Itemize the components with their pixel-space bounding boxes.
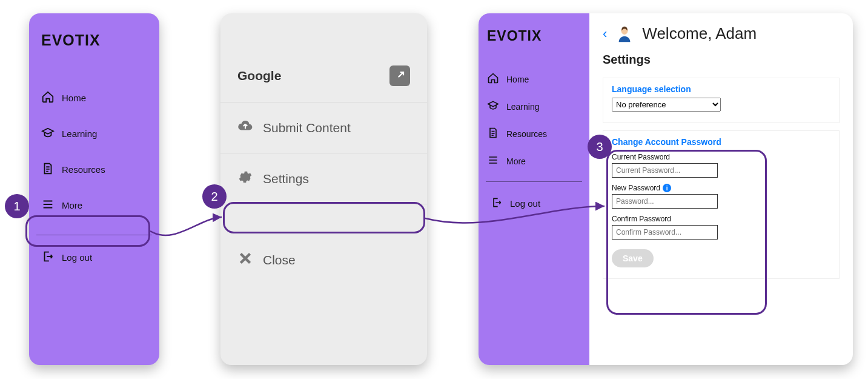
more-item-label: Settings <box>263 172 309 186</box>
avatar <box>615 25 634 43</box>
welcome-header: ‹ Welcome, Adam <box>603 24 840 43</box>
cloud-upload-icon <box>237 118 253 137</box>
document-icon <box>487 127 499 141</box>
external-link-icon <box>389 65 410 86</box>
logout-icon <box>41 250 55 265</box>
info-icon[interactable]: i <box>663 184 671 192</box>
sidebar-item-resources[interactable]: Resources <box>482 123 586 144</box>
panel-step-2: Google Submit Content Settings Close <box>220 13 427 365</box>
brand-logo: EVOTIX <box>479 13 589 69</box>
document-icon <box>41 162 55 177</box>
back-chevron-icon[interactable]: ‹ <box>603 26 607 42</box>
sidebar-item-label: Resources <box>62 164 105 175</box>
more-item-google[interactable]: Google <box>220 50 427 102</box>
sidebar-item-resources[interactable]: Resources <box>35 157 153 182</box>
more-item-label: Submit Content <box>263 121 351 135</box>
new-password-label: New Password i <box>612 184 830 192</box>
step-badge-2: 2 <box>202 184 227 209</box>
page-title: Settings <box>603 53 840 67</box>
more-item-settings[interactable]: Settings <box>220 153 427 204</box>
sidebar-nav: Home Learning Resources More <box>479 69 589 172</box>
sidebar: EVOTIX Home Learning Resources More Log … <box>479 13 589 365</box>
sidebar-item-more[interactable]: More <box>482 150 586 172</box>
current-password-field[interactable] <box>612 163 718 178</box>
menu-icon <box>487 154 499 168</box>
step-badge-1: 1 <box>5 194 29 218</box>
close-icon <box>237 250 253 269</box>
brand-logo: EVOTIX <box>29 13 159 86</box>
home-icon <box>487 72 499 86</box>
sidebar-item-label: More <box>62 200 82 210</box>
sidebar-item-label: Learning <box>62 129 97 139</box>
menu-icon <box>41 198 55 213</box>
save-button[interactable]: Save <box>612 249 654 267</box>
sidebar-item-home[interactable]: Home <box>482 69 586 90</box>
sidebar-item-label: Resources <box>506 129 547 139</box>
step-badge-3: 3 <box>588 135 612 159</box>
divider <box>486 181 582 182</box>
sidebar-item-label: Log out <box>62 252 92 263</box>
more-item-submit-content[interactable]: Submit Content <box>220 102 427 153</box>
sidebar-nav: Home Learning Resources More <box>29 86 159 218</box>
more-item-label: Close <box>263 253 296 267</box>
password-card: Change Account Password Current Password… <box>603 130 840 279</box>
connector-arrow-1 <box>150 215 229 252</box>
sidebar-item-logout[interactable]: Log out <box>29 245 159 270</box>
panel-step-1: EVOTIX Home Learning Resources More Log … <box>29 13 159 365</box>
panel-step-3: EVOTIX Home Learning Resources More Log … <box>479 13 853 365</box>
sidebar-item-label: Home <box>62 93 86 103</box>
language-card: Language selection No preference <box>603 78 840 123</box>
sidebar-item-label: More <box>506 156 526 166</box>
sidebar-item-home[interactable]: Home <box>35 86 153 110</box>
sidebar-item-more[interactable]: More <box>35 193 153 218</box>
current-password-label: Current Password <box>612 153 830 161</box>
welcome-text: Welcome, Adam <box>642 24 757 43</box>
language-select[interactable]: No preference <box>612 98 721 112</box>
new-password-label-text: New Password <box>612 184 660 192</box>
card-heading-language: Language selection <box>612 84 830 94</box>
svg-point-3 <box>622 29 628 34</box>
more-item-close[interactable]: Close <box>220 235 427 285</box>
gear-icon <box>237 169 253 188</box>
sidebar-item-learning[interactable]: Learning <box>35 121 153 146</box>
more-item-label: Google <box>237 69 281 83</box>
graduation-cap-icon <box>41 126 55 141</box>
confirm-password-label: Confirm Password <box>612 215 830 223</box>
sidebar-item-label: Home <box>506 75 529 84</box>
graduation-cap-icon <box>487 99 499 113</box>
sidebar-item-learning[interactable]: Learning <box>482 96 586 117</box>
home-icon <box>41 90 55 106</box>
confirm-password-field[interactable] <box>612 225 718 240</box>
card-heading-password: Change Account Password <box>612 137 830 147</box>
new-password-field[interactable] <box>612 194 718 209</box>
sidebar-item-label: Learning <box>506 102 540 112</box>
settings-main: ‹ Welcome, Adam Settings Language select… <box>589 13 853 365</box>
divider <box>36 235 152 235</box>
connector-arrow-2 <box>425 194 613 236</box>
